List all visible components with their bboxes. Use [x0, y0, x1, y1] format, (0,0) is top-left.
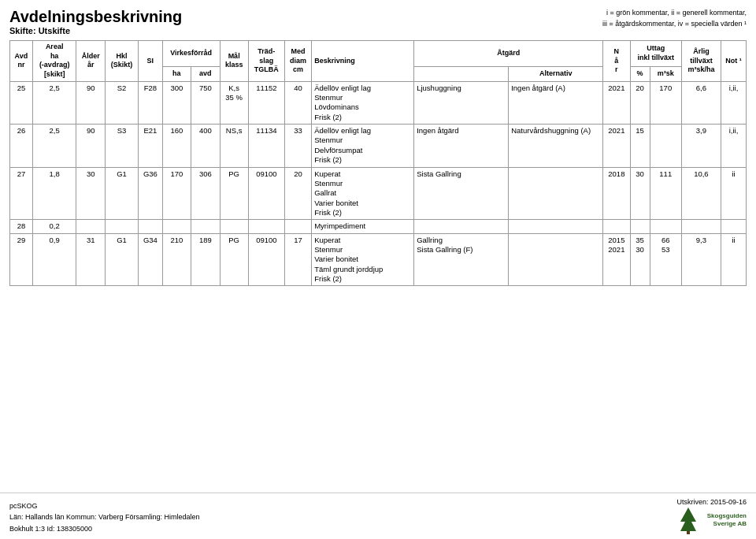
cell-tradslag	[248, 220, 284, 233]
cell-med-diam: 20	[285, 167, 312, 220]
cell-hkl: G1	[106, 167, 139, 220]
cell-arlig: 9,3	[681, 233, 721, 286]
cell-uttag-m3sk: 6653	[650, 233, 681, 286]
footer-location: Län: Hallands län Kommun: Varberg Försam…	[9, 511, 200, 522]
footer-lan: Hallands län	[25, 513, 65, 521]
skogsguiden-logo-icon	[674, 506, 702, 534]
cell-med-diam: 17	[285, 233, 312, 286]
table-row: 26 2,5 90 S3 E21 160 400 NS,s 11134 33 Ä…	[10, 125, 747, 167]
legend-text: i = grön kommentar, ii = generell kommen…	[602, 9, 747, 28]
footer-print-date: Utskriven: 2015-09-16	[674, 498, 747, 506]
cell-avd-nr: 28	[10, 220, 33, 233]
cell-med-diam: 33	[285, 125, 312, 167]
title-block: Avdelningsbeskrivning Skifte: Utskifte	[9, 8, 182, 35]
cell-vf-ha: 300	[162, 81, 191, 124]
cell-not: i,ii,	[721, 81, 747, 124]
cell-tradslag: 09100	[248, 233, 284, 286]
cell-mal-klass: NS,s	[220, 125, 248, 167]
cell-mal-klass: PG	[220, 233, 248, 286]
header: Avdelningsbeskrivning Skifte: Utskifte i…	[9, 8, 747, 35]
table-row: 25 2,5 90 S2 F28 300 750 K,s35 % 11152 4…	[10, 81, 747, 124]
col-vf-avd: avd	[191, 66, 220, 81]
footer-right: Utskriven: 2015-09-16 SkogsguidenSverige…	[674, 498, 747, 534]
cell-si: G36	[139, 167, 162, 220]
col-uttag-m3sk: m³sk	[650, 66, 681, 81]
cell-vf-ha: 160	[162, 125, 191, 167]
col-hkl: Hkl(Skikt)	[106, 41, 139, 82]
cell-alder: 31	[76, 233, 106, 286]
footer-bokhult: Bokhult 1:3 Id: 138305000	[9, 523, 200, 534]
col-vf-ha: ha	[162, 66, 191, 81]
col-atgard-main	[414, 66, 509, 81]
cell-uttag-pct	[630, 220, 650, 233]
cell-arlig	[681, 220, 721, 233]
cell-areal: 2,5	[32, 81, 76, 124]
cell-si: E21	[139, 125, 162, 167]
col-mal-klass: Målklass	[220, 41, 248, 82]
cell-areal: 1,8	[32, 167, 76, 220]
col-alder: Ålderår	[76, 41, 106, 82]
cell-hkl: S3	[106, 125, 139, 167]
cell-hkl: S2	[106, 81, 139, 124]
col-arlig: Årligtillväxtm³sk/ha	[681, 41, 721, 82]
table-header-row: Avdnr Arealha(-avdrag)[skikt] Ålderår Hk…	[10, 41, 747, 67]
cell-nar: 20152021	[603, 233, 630, 286]
cell-vf-ha	[162, 220, 191, 233]
col-atgard-alt: Alternativ	[509, 66, 603, 81]
cell-vf-avd: 189	[191, 233, 220, 286]
cell-atgard: Ljushuggning	[414, 81, 509, 124]
svg-rect-1	[687, 531, 690, 534]
cell-arlig: 6,6	[681, 81, 721, 124]
cell-med-diam: 40	[285, 81, 312, 124]
table-row: 27 1,8 30 G1 G36 170 306 PG 09100 20 Kup…	[10, 167, 747, 220]
col-virkesforrad: Virkesförråd	[162, 41, 220, 67]
cell-tradslag: 11134	[248, 125, 284, 167]
col-uttag: Uttaginkl tillväxt	[630, 41, 681, 67]
cell-avd-nr: 25	[10, 81, 33, 124]
footer-left: pcSKOG Län: Hallands län Kommun: Varberg…	[9, 500, 200, 534]
logo-box: SkogsguidenSverige AB	[674, 506, 747, 534]
col-avd-nr: Avdnr	[10, 41, 33, 82]
legend: i = grön kommentar, ii = generell kommen…	[602, 8, 747, 29]
page: Avdelningsbeskrivning Skifte: Utskifte i…	[0, 0, 756, 333]
footer-kommun-label: Kommun:	[66, 513, 98, 521]
cell-vf-avd	[191, 220, 220, 233]
cell-atgard: Ingen åtgärd	[414, 125, 509, 167]
cell-uttag-m3sk: 170	[650, 81, 681, 124]
col-areal: Arealha(-avdrag)[skikt]	[32, 41, 76, 82]
cell-vf-avd: 750	[191, 81, 220, 124]
cell-vf-avd: 400	[191, 125, 220, 167]
cell-uttag-m3sk	[650, 125, 681, 167]
footer-software: pcSKOG	[9, 500, 200, 511]
col-tradslag: Träd-slagTGLBÄ	[248, 41, 284, 82]
cell-nar: 2021	[603, 125, 630, 167]
cell-not	[721, 220, 747, 233]
cell-alder: 90	[76, 125, 106, 167]
cell-mal-klass: PG	[220, 167, 248, 220]
col-not: Not ¹	[721, 41, 747, 82]
cell-nar	[603, 220, 630, 233]
cell-areal: 0,9	[32, 233, 76, 286]
cell-beskrivning: Myrimpediment	[312, 220, 414, 233]
logo-text: SkogsguidenSverige AB	[707, 512, 747, 529]
cell-atgard-alt	[509, 233, 603, 286]
cell-not: ii	[721, 167, 747, 220]
cell-tradslag: 11152	[248, 81, 284, 124]
cell-med-diam	[285, 220, 312, 233]
cell-uttag-pct: 30	[630, 167, 650, 220]
col-atgard: Åtgärd	[414, 41, 603, 67]
footer-forsamling-label: Församling:	[125, 513, 165, 521]
cell-mal-klass: K,s35 %	[220, 81, 248, 124]
cell-not: ii	[721, 233, 747, 286]
col-med-diam: Meddiamcm	[285, 41, 312, 82]
cell-atgard-alt	[509, 167, 603, 220]
cell-si: F28	[139, 81, 162, 124]
cell-mal-klass	[220, 220, 248, 233]
cell-atgard-alt: Naturvårdshuggning (A)	[509, 125, 603, 167]
cell-alder	[76, 220, 106, 233]
cell-beskrivning: Ädellöv enligt lagStenmurLövdominansFris…	[312, 81, 414, 124]
cell-tradslag: 09100	[248, 167, 284, 220]
cell-avd-nr: 29	[10, 233, 33, 286]
col-si: SI	[139, 41, 162, 82]
cell-arlig: 3,9	[681, 125, 721, 167]
